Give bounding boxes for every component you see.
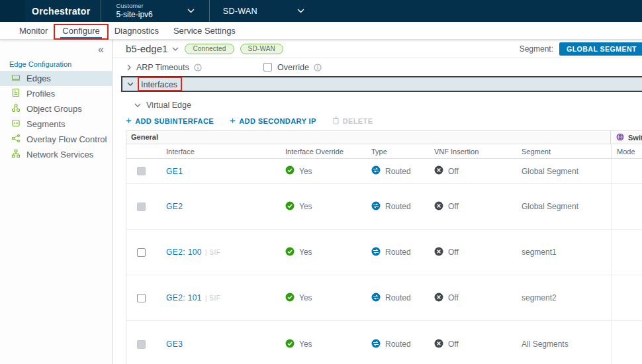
object-groups-icon <box>11 103 21 114</box>
arp-timeouts-title: ARP Timeouts <box>136 63 189 72</box>
col-header-mode: Mode <box>611 144 642 158</box>
col-header-segment: Segment <box>514 148 611 156</box>
segment-value: segment1 <box>522 248 557 257</box>
active-tab-underline <box>60 37 101 39</box>
table-actions: + ADD SUBINTERFACE + ADD SECONDARY IP DE… <box>126 116 642 126</box>
off-circle-icon <box>434 339 443 350</box>
segment-value: segment2 <box>522 293 557 302</box>
sidebar-item-edges[interactable]: Edges <box>0 71 112 86</box>
check-circle-icon <box>285 201 295 212</box>
sidebar-section-title: Edge Configuration <box>9 60 112 68</box>
edge-name[interactable]: b5-edge1 <box>126 43 167 54</box>
off-circle-icon <box>434 293 443 304</box>
edge-device-icon <box>11 73 21 84</box>
off-circle-icon <box>434 247 443 258</box>
table-group-header: General Switch <box>126 131 642 144</box>
virtual-edge-label: Virtual Edge <box>146 101 191 110</box>
app-title: Orchestrator <box>32 6 90 17</box>
interfaces-panel: Virtual Edge + ADD SUBINTERFACE + ADD SE… <box>113 101 642 364</box>
sidebar-item-object-groups[interactable]: Object Groups <box>0 101 112 116</box>
table-row: GE2: 101| SIF Yes Routed Off segment2 <box>126 275 642 321</box>
table-column-headers: Interface Interface Override Type VNF In… <box>126 144 642 159</box>
chevron-down-icon[interactable] <box>172 47 179 51</box>
sidebar-item-overlay-flow-control[interactable]: Overlay Flow Control <box>0 132 112 147</box>
chevron-down-icon <box>297 9 304 13</box>
interface-link[interactable]: GE2: 101 <box>166 293 202 302</box>
group-header-general: General <box>126 131 611 144</box>
check-circle-icon <box>285 293 295 304</box>
override-checkbox[interactable] <box>263 63 272 71</box>
interfaces-section-header[interactable]: Interfaces <box>121 76 642 92</box>
interface-link[interactable]: GE2 <box>166 202 183 211</box>
interfaces-title: Interfaces <box>141 80 177 89</box>
col-header-vnf-insertion: VNF Insertion <box>426 148 514 156</box>
row-checkbox <box>137 203 146 211</box>
tab-configure[interactable]: Configure <box>55 22 107 39</box>
table-row: GE2: 100| SIF Yes Routed Off segment1 <box>126 230 642 275</box>
customer-label: Customer <box>116 2 152 10</box>
trash-icon <box>332 116 340 126</box>
top-navbar: Orchestrator Customer 5-site-ipv6 SD-WAN <box>0 0 642 22</box>
routed-icon <box>371 293 381 304</box>
info-icon[interactable] <box>194 64 202 71</box>
table-row: GE3 Yes Routed Off All Segments <box>126 321 642 364</box>
group-header-switch: Switch <box>611 131 642 144</box>
network-services-icon <box>11 149 21 160</box>
content-area: b5-edge1 Connected SD-WAN Segment: GLOBA… <box>113 40 642 364</box>
sif-tag: | SIF <box>205 249 220 256</box>
sif-tag: | SIF <box>205 295 220 302</box>
routed-icon <box>371 201 381 212</box>
sidebar: « Edge Configuration Edges Profiles Obje… <box>0 40 113 364</box>
interfaces-table: General Switch Interface Interface Overr… <box>126 130 642 364</box>
status-badge: Connected <box>185 44 234 54</box>
product-selector[interactable]: SD-WAN <box>210 7 319 16</box>
routed-icon <box>371 165 381 177</box>
global-segment-button[interactable]: GLOBAL SEGMENT <box>559 42 642 56</box>
delete-button: DELETE <box>332 116 373 126</box>
profile-icon <box>11 88 21 99</box>
routed-icon <box>371 339 381 350</box>
chevron-right-icon <box>127 64 131 71</box>
col-header-type: Type <box>363 148 426 156</box>
tab-monitor[interactable]: Monitor <box>12 22 55 39</box>
interface-link[interactable]: GE1 <box>166 167 183 176</box>
plus-icon: + <box>126 114 132 126</box>
override-label: Override <box>277 63 309 72</box>
add-subinterface-button[interactable]: + ADD SUBINTERFACE <box>126 116 214 126</box>
edge-header: b5-edge1 Connected SD-WAN Segment: GLOBA… <box>113 40 642 58</box>
switch-icon <box>616 133 624 142</box>
chevron-down-icon <box>134 103 141 107</box>
arp-timeouts-section-header[interactable]: ARP Timeouts Override <box>113 58 642 76</box>
segment-value: Global Segment <box>522 202 578 211</box>
sidebar-item-network-services[interactable]: Network Services <box>0 147 112 162</box>
table-row: GE1 Yes Routed Off Global Segment <box>126 159 642 184</box>
check-circle-icon <box>285 339 295 350</box>
sidebar-item-segments[interactable]: Segments <box>0 116 112 132</box>
row-checkbox[interactable] <box>137 248 146 257</box>
interface-link[interactable]: GE3 <box>166 340 183 349</box>
segment-value: Global Segment <box>522 167 578 176</box>
chevron-down-icon <box>187 9 195 13</box>
table-row: GE2 Yes Routed Off Global Segment <box>126 184 642 230</box>
plus-icon: + <box>230 114 236 126</box>
segment-value: All Segments <box>522 340 569 349</box>
check-circle-icon <box>285 165 295 177</box>
main-tabbar: Monitor Configure Diagnostics Service Se… <box>0 22 642 40</box>
off-circle-icon <box>434 165 443 177</box>
tab-diagnostics[interactable]: Diagnostics <box>107 22 166 39</box>
row-checkbox[interactable] <box>137 294 146 302</box>
customer-value: 5-site-ipv6 <box>116 10 152 20</box>
row-checkbox <box>137 167 146 175</box>
virtual-edge-toggle[interactable]: Virtual Edge <box>129 101 642 110</box>
add-secondary-ip-button[interactable]: + ADD SECONDARY IP <box>230 116 316 126</box>
segments-icon <box>11 118 21 130</box>
sidebar-item-profiles[interactable]: Profiles <box>0 86 112 101</box>
info-icon[interactable] <box>314 64 322 71</box>
interface-link[interactable]: GE2: 100 <box>166 248 202 257</box>
chevron-down-icon <box>127 82 134 86</box>
off-circle-icon <box>434 201 443 212</box>
sidebar-collapse-icon[interactable]: « <box>98 44 104 55</box>
tab-service-settings[interactable]: Service Settings <box>166 22 243 39</box>
customer-selector[interactable]: Customer 5-site-ipv6 <box>101 2 208 20</box>
row-checkbox <box>137 340 146 349</box>
